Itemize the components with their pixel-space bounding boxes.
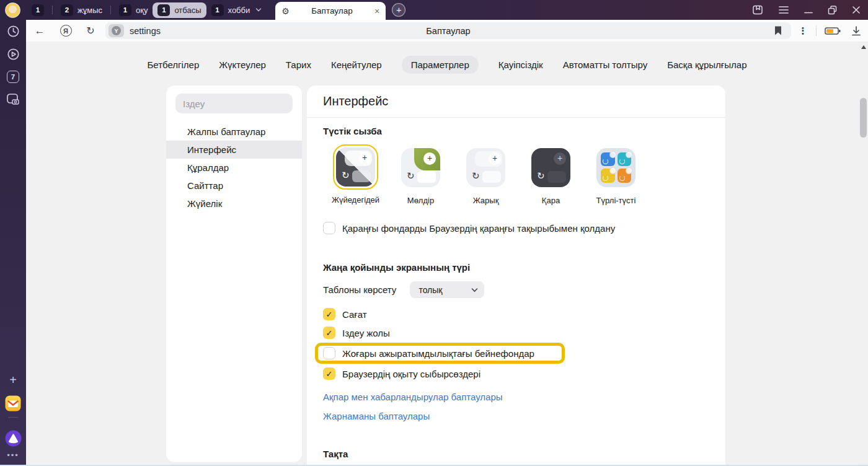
theme-card-system-selected[interactable]: + ↻ — [333, 144, 378, 190]
extensions-menu-icon[interactable]: ⋮ — [796, 20, 810, 42]
settings-page: Бетбелгілер Жүктеулер Тарих Кеңейтулер П… — [26, 42, 868, 466]
color-scheme-title: Түстік сызба — [323, 126, 709, 136]
sidebar-divider — [8, 417, 18, 418]
scrollbar-thumb[interactable] — [860, 98, 867, 138]
theme-label: Мөлдір — [407, 196, 434, 205]
board-section-title: Тақта — [323, 449, 709, 459]
toolbar-divider — [816, 25, 817, 36]
clock-checkbox[interactable]: ✓ — [323, 308, 335, 320]
menu-item-general[interactable]: Жалпы баптаулар — [166, 123, 302, 141]
battery-saver-icon[interactable] — [822, 20, 843, 42]
settings-top-nav: Бетбелгілер Жүктеулер Тарих Кеңейтулер П… — [26, 56, 868, 74]
mail-icon[interactable] — [6, 396, 20, 411]
tab-group-separator — [52, 6, 53, 14]
bookmark-icon[interactable] — [774, 25, 782, 36]
tabs-count-badge[interactable]: 7 — [6, 69, 20, 84]
protect-badge[interactable]: Y — [108, 24, 124, 37]
tab-group-family-selected[interactable]: 1 отбасы — [153, 2, 206, 18]
screenshot-icon[interactable] — [6, 92, 20, 107]
theme-card-transparent[interactable]: + ↻ — [398, 144, 444, 190]
restore-button[interactable] — [828, 6, 837, 15]
tab-bookmarks[interactable]: Бетбелгілер — [147, 59, 199, 70]
theme-cards: + ↻ Жүйедегідей + ↻ — [323, 144, 709, 205]
protect-icon: Y — [112, 26, 121, 35]
theme-label: Жарық — [473, 196, 499, 205]
tab-security[interactable]: Қауіпсіздік — [498, 59, 543, 70]
alice-assistant-icon[interactable] — [6, 431, 20, 446]
refresh-icon: ↻ — [407, 170, 415, 182]
search-bar-label: Іздеу жолы — [342, 328, 390, 338]
profile-avatar[interactable] — [5, 2, 20, 18]
page-scrollbar[interactable] — [859, 42, 868, 466]
chevron-down-icon — [255, 7, 262, 13]
reload-button[interactable]: ↻ — [83, 20, 98, 42]
plus-icon: + — [358, 152, 371, 164]
settings-content-panel: Интерфейс Түстік сызба + ↻ Жү — [307, 86, 725, 466]
url-text[interactable]: settings — [130, 26, 161, 36]
mini-theme-yellow — [601, 169, 615, 183]
tab-settings[interactable]: Параметрлер — [402, 56, 479, 74]
settings-menu-panel: Жалпы баптаулар Интерфейс Құралдар Сайтт… — [166, 86, 302, 462]
new-tab-section-title: Жаңа қойынды экранының түрі — [323, 262, 709, 273]
new-tab-button[interactable]: + — [392, 3, 405, 17]
chevron-down-icon — [471, 288, 478, 292]
browser-window: 1 2 жұмыс 1 оқу 1 отбасы 1 хобби ⚙ Бапта… — [0, 0, 868, 466]
menu-item-sites[interactable]: Сайттар — [166, 177, 302, 195]
tableau-select[interactable]: толық — [410, 281, 484, 298]
scroll-up-arrow[interactable] — [861, 45, 866, 49]
tab-autofill[interactable]: Автоматты толтыру — [563, 59, 648, 70]
settings-menu: Жалпы баптаулар Интерфейс Құралдар Сайтт… — [166, 123, 302, 213]
menu-item-tools[interactable]: Құралдар — [166, 159, 302, 177]
tab-extensions[interactable]: Кеңейтулер — [331, 59, 382, 70]
yandex-logo-icon: Я — [60, 25, 72, 37]
more-options-icon[interactable]: ••• — [7, 451, 19, 460]
browser-hints-checkbox[interactable]: ✓ — [323, 367, 335, 380]
minimize-button[interactable] — [804, 6, 813, 14]
theme-card-dark[interactable]: + ↻ — [528, 144, 574, 190]
theme-card-colorful[interactable] — [593, 144, 639, 190]
tab-history[interactable]: Тарих — [286, 59, 311, 70]
mini-theme-blue — [601, 152, 615, 167]
menu-icon[interactable] — [778, 6, 789, 14]
search-bar-checkbox[interactable]: ✓ — [323, 327, 335, 339]
menu-item-interface[interactable]: Интерфейс — [166, 141, 302, 159]
settings-search-input[interactable] — [175, 94, 293, 113]
active-tab-title: Баптаулар — [290, 6, 374, 15]
refresh-icon: ↻ — [537, 170, 545, 182]
mini-theme-teal — [618, 152, 632, 167]
video-backgrounds-option-highlighted: Жоғары ажыратымдылықтағы бейнефондар — [323, 342, 709, 364]
tab-group-1[interactable]: 1 — [27, 2, 49, 18]
tab-group-label: отбасы — [174, 6, 201, 15]
theme-label: Жүйедегідей — [332, 195, 379, 204]
tab-group-count: 1 — [119, 4, 131, 16]
close-window-button[interactable] — [852, 6, 861, 14]
address-bar-row: ← Я ↻ Y settings Баптаулар ⋮ — [26, 20, 868, 42]
add-panel-icon[interactable]: + — [6, 373, 20, 388]
search-bar-option: ✓ Іздеу жолы — [323, 323, 709, 342]
side-panels-icon[interactable] — [752, 4, 763, 15]
yandex-home-button[interactable]: Я — [58, 20, 73, 42]
tab-other-devices[interactable]: Басқа құрылғылар — [667, 59, 746, 70]
dark-background-checkbox[interactable] — [323, 222, 335, 234]
back-button[interactable]: ← — [32, 20, 47, 42]
tab-group-label: жұмыс — [78, 6, 102, 15]
menu-item-system[interactable]: Жүйелік — [166, 195, 302, 213]
history-icon[interactable] — [6, 24, 20, 38]
tab-downloads[interactable]: Жүктеулер — [219, 59, 266, 70]
active-tab-settings[interactable]: ⚙ Баптаулар × — [275, 2, 386, 20]
tab-group-work[interactable]: 2 жұмыс — [56, 2, 107, 18]
clock-label: Сағат — [342, 309, 367, 320]
downloads-icon[interactable] — [848, 20, 864, 42]
close-tab-icon[interactable]: × — [374, 6, 379, 16]
tab-group-count: 1 — [211, 4, 224, 16]
video-backgrounds-checkbox[interactable] — [323, 347, 335, 359]
omnibox[interactable]: Y settings Баптаулар — [105, 22, 791, 39]
theme-tile — [352, 170, 371, 182]
feed-notifications-settings-link[interactable]: Ақпар мен хабарландырулар баптаулары — [323, 392, 503, 402]
tab-group-separator — [110, 6, 111, 14]
tab-group-study[interactable]: 1 оқу — [114, 2, 153, 18]
tab-group-hobby[interactable]: 1 хобби — [206, 2, 267, 18]
ads-settings-link[interactable]: Жарнаманы баптаулары — [323, 411, 430, 421]
video-player-icon[interactable] — [6, 46, 20, 61]
theme-card-light[interactable]: + ↻ — [463, 144, 509, 190]
